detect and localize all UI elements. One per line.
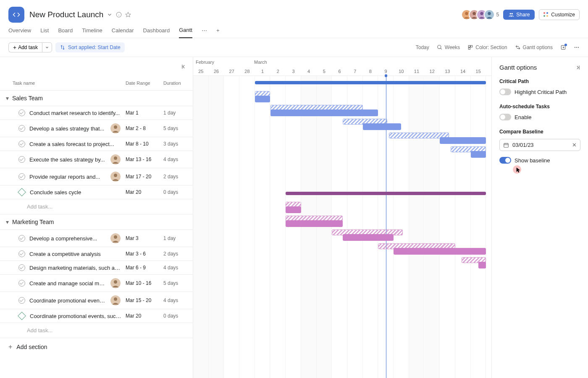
task-row[interactable]: Coordinate promotional events, such...Ma… [0,309,193,323]
task-row[interactable]: Develop a comprehensive...Mar 31 day [0,230,193,247]
task-row[interactable]: Create and manage social media...Mar 10 … [0,275,193,292]
complete-check-icon[interactable] [18,250,25,257]
gantt-bar[interactable] [440,137,486,144]
export-icon[interactable] [560,44,566,50]
assignee-avatar[interactable] [110,278,121,288]
show-baseline-toggle[interactable] [499,157,511,164]
critical-path-heading: Critical Path [499,78,580,84]
add-task-inline[interactable]: Add task... [0,199,193,214]
auto-schedule-toggle[interactable] [499,114,511,120]
svg-rect-18 [469,48,470,50]
task-row[interactable]: Create a competitive analysisMar 3 - 62 … [0,247,193,261]
chevron-down-icon[interactable] [107,12,113,18]
column-header-duration: Duration [163,81,193,86]
section-header[interactable]: ▾Sales Team [0,91,193,106]
options-title: Gantt options [499,64,537,71]
baseline-date-value: 03/01/23 [512,142,534,148]
task-date-range: Mar 10 - 16 [126,280,163,286]
milestone-icon[interactable] [18,188,26,196]
tab-timeline[interactable]: Timeline [82,27,102,38]
tab-more-icon[interactable]: ⋯ [202,27,207,38]
task-date-range: Mar 2 - 8 [126,125,163,131]
day-label: 4 [301,69,317,74]
gantt-bar[interactable] [286,206,301,213]
add-section-button[interactable]: + Add section [0,338,193,356]
section-header[interactable]: ▾Marketing Team [0,214,193,230]
complete-check-icon[interactable] [18,125,25,132]
complete-check-icon[interactable] [18,297,25,304]
today-button[interactable]: Today [416,44,429,50]
gantt-bar[interactable] [343,234,394,241]
info-icon[interactable] [116,12,122,18]
section-summary-bar[interactable] [286,192,486,195]
tab-gantt[interactable]: Gantt [179,27,192,38]
svg-point-12 [510,13,512,15]
gantt-options-label: Gantt options [523,44,553,50]
tab-add-icon[interactable]: + [216,27,220,38]
milestone-icon[interactable] [18,312,26,320]
assignee-avatar[interactable] [110,154,121,164]
assignee-avatar[interactable] [110,123,121,133]
star-icon[interactable] [125,12,131,18]
color-selector[interactable]: Color: Section [467,44,507,50]
auto-schedule-heading: Auto-schedule Tasks [499,104,580,109]
gantt-bar[interactable] [394,248,486,255]
tab-board[interactable]: Board [58,27,73,38]
complete-check-icon[interactable] [18,156,25,163]
section-summary-bar[interactable] [255,81,486,84]
complete-check-icon[interactable] [18,109,25,116]
task-duration: 0 days [163,189,193,195]
member-avatars[interactable]: 5 [461,9,499,20]
tab-list[interactable]: List [40,27,49,38]
add-task-dropdown[interactable] [42,42,52,52]
add-task-inline[interactable]: Add task... [0,323,193,338]
share-button[interactable]: Share [503,10,535,20]
tab-calendar[interactable]: Calendar [112,27,134,38]
complete-check-icon[interactable] [18,280,25,287]
add-task-button[interactable]: + Add task [8,42,42,52]
collapse-sidebar-icon[interactable] [0,57,193,76]
color-label: Color: Section [475,44,507,50]
gantt-bar[interactable] [270,109,378,116]
task-row[interactable]: Conclude sales cycleMar 200 days [0,185,193,199]
gantt-bar[interactable] [363,123,402,130]
critical-path-toggle[interactable] [499,89,511,95]
zoom-weeks[interactable]: Weeks [437,44,460,50]
day-label: 15 [470,69,486,74]
tab-overview[interactable]: Overview [8,27,31,38]
task-row[interactable]: Create a sales forecast to project...Mar… [0,137,193,151]
task-row[interactable]: Design marketing materials, such as...Ma… [0,261,193,275]
baseline-date-picker[interactable]: 03/01/23 ✕ [499,139,580,151]
expand-panel-icon[interactable] [575,65,580,70]
complete-check-icon[interactable] [18,264,25,271]
assignee-avatar[interactable] [110,233,121,243]
gantt-bar[interactable] [478,262,486,269]
gantt-bar[interactable] [255,96,270,102]
task-row[interactable]: Coordinate promotional events,...Mar 15 … [0,292,193,309]
task-row[interactable]: Conduct market research to identify...Ma… [0,106,193,120]
svg-point-21 [576,47,577,48]
sort-indicator[interactable]: Sort applied: Start Date [55,42,125,52]
task-row[interactable]: Develop a sales strategy that...Mar 2 - … [0,120,193,137]
complete-check-icon[interactable] [18,173,25,180]
task-name: Develop a sales strategy that... [29,125,110,132]
customize-icon [543,12,549,17]
assignee-avatar[interactable] [110,172,121,182]
project-icon [8,7,24,23]
gantt-bar[interactable] [471,151,486,158]
task-duration: 5 days [163,125,193,131]
task-row[interactable]: Execute the sales strategy by...Mar 13 -… [0,151,193,168]
complete-check-icon[interactable] [18,235,25,242]
task-row[interactable]: Provide regular reports and...Mar 17 - 2… [0,168,193,185]
day-label: 6 [332,69,347,74]
gantt-bar[interactable] [286,220,343,227]
tab-dashboard[interactable]: Dashboard [143,27,170,38]
task-date-range: Mar 17 - 20 [126,174,163,180]
baseline-heading: Compare Baseline [499,129,580,135]
gantt-options-button[interactable]: Gantt options [515,44,553,50]
complete-check-icon[interactable] [18,141,25,147]
clear-date-icon[interactable]: ✕ [572,142,577,148]
customize-button[interactable]: Customize [539,9,580,20]
assignee-avatar[interactable] [110,295,121,305]
more-icon[interactable] [574,44,580,51]
